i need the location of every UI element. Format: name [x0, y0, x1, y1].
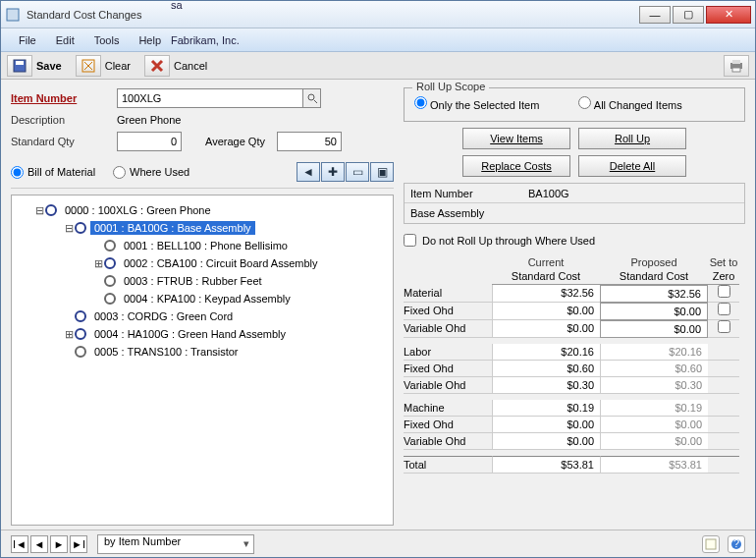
tree-node[interactable]: ⊞0004 : HA100G : Green Hand Assembly	[16, 325, 389, 343]
cost-proposed: $0.30	[600, 377, 708, 394]
description-label: Description	[11, 114, 117, 126]
tree-node[interactable]: 0003 : FTRUB : Rubber Feet	[16, 272, 389, 290]
cost-row-label: Machine	[404, 400, 492, 417]
tree-prev-button[interactable]: ◄	[297, 162, 320, 182]
cost-zero-cell	[708, 361, 739, 377]
cost-current: $0.00	[492, 320, 600, 338]
tree-node-label: 0001 : BA100G : Base Assembly	[90, 221, 255, 235]
tree-node-label: 0001 : BELL100 : Phone Bellisimo	[120, 239, 292, 252]
menu-tools[interactable]: Tools	[84, 31, 130, 49]
sort-select-value: by Item Number	[104, 535, 181, 547]
menubar: File Edit Tools Help sa Fabrikam, Inc. 4…	[1, 28, 755, 52]
tree-view-button[interactable]: ▣	[370, 162, 394, 182]
set-zero-checkbox[interactable]	[718, 303, 730, 315]
where-used-radio[interactable]: Where Used	[113, 166, 189, 179]
item-number-input[interactable]	[117, 88, 303, 108]
hdr-proposed: Proposed	[600, 256, 708, 270]
delete-all-button[interactable]: Delete All	[578, 155, 686, 177]
tree-node[interactable]: ⊟0000 : 100XLG : Green Phone	[16, 201, 389, 219]
detail-item-number-label: Item Number	[405, 188, 522, 199]
footer-right-icons: ?	[702, 535, 745, 553]
replace-costs-button[interactable]: Replace Costs	[462, 155, 570, 177]
cost-zero-cell	[708, 320, 739, 338]
view-mode-row: Bill of Material Where Used ◄ ✚ ▭ ▣	[11, 156, 394, 189]
cost-proposed[interactable]: $32.56	[600, 285, 708, 303]
tree-node[interactable]: ⊞0002 : CBA100 : Circuit Board Assembly	[16, 254, 389, 272]
item-number-label[interactable]: Item Number	[11, 92, 117, 104]
item-number-lookup[interactable]	[303, 88, 321, 108]
view-items-button[interactable]: View Items	[462, 128, 570, 149]
menu-help[interactable]: Help	[129, 31, 171, 49]
tree-node[interactable]: 0005 : TRANS100 : Transistor	[16, 343, 389, 361]
tree-twist[interactable]: ⊟	[33, 204, 45, 217]
set-zero-checkbox[interactable]	[718, 285, 730, 298]
standard-qty-input[interactable]	[117, 132, 182, 151]
record-nav: I◄ ◄ ► ►I	[11, 535, 87, 553]
bom-radio[interactable]: Bill of Material	[11, 166, 95, 179]
cost-zero-cell	[708, 377, 739, 394]
save-icon-button[interactable]	[7, 55, 32, 77]
bom-tree[interactable]: ⊟0000 : 100XLG : Green Phone⊟0001 : BA10…	[11, 195, 394, 526]
note-icon	[705, 538, 717, 550]
svg-rect-0	[7, 9, 19, 21]
tree-twist[interactable]: ⊞	[63, 328, 75, 341]
user-label: sa	[171, 0, 747, 11]
set-zero-checkbox[interactable]	[718, 320, 730, 333]
tree-node[interactable]: 0004 : KPA100 : Keypad Assembly	[16, 290, 389, 307]
menu-edit[interactable]: Edit	[46, 31, 84, 49]
detail-fields: Item Number BA100G Base Assembly	[404, 183, 745, 224]
clear-button[interactable]: Clear	[105, 60, 131, 72]
nav-last-button[interactable]: ►I	[70, 535, 87, 553]
cost-grid: Current Proposed Set to Standard Cost St…	[404, 256, 745, 474]
average-qty-input[interactable]	[277, 132, 342, 151]
tree-node[interactable]: 0003 : CORDG : Green Cord	[16, 307, 389, 325]
roll-up-button[interactable]: Roll Up	[578, 128, 686, 149]
tree-node[interactable]: ⊟0001 : BA100G : Base Assembly	[16, 219, 389, 237]
print-button[interactable]	[724, 55, 749, 77]
cost-current: $0.19	[492, 400, 600, 417]
tree-bullet-icon	[104, 257, 116, 269]
sort-select[interactable]: by Item Number	[97, 534, 254, 554]
company-label: Fabrikam, Inc.	[171, 34, 747, 46]
menu-file[interactable]: File	[9, 31, 46, 49]
cost-proposed[interactable]: $0.00	[600, 303, 708, 320]
cost-row-label: Fixed Ohd	[404, 303, 492, 320]
tree-node[interactable]: 0001 : BELL100 : Phone Bellisimo	[16, 237, 389, 254]
cost-proposed: $0.60	[600, 361, 708, 377]
nav-next-button[interactable]: ►	[50, 535, 68, 553]
tree-bullet-icon	[104, 240, 116, 251]
no-rollup-checkbox[interactable]	[404, 234, 416, 247]
cost-proposed[interactable]: $0.00	[600, 320, 708, 338]
rollup-scope-group: Roll Up Scope Only the Selected Item All…	[404, 87, 745, 122]
tree-node-label: 0003 : CORDG : Green Cord	[90, 309, 237, 323]
scope-all-radio[interactable]: All Changed Items	[578, 96, 681, 111]
nav-prev-button[interactable]: ◄	[30, 535, 48, 553]
cost-zero-cell	[708, 400, 739, 417]
tree-twist[interactable]: ⊞	[92, 257, 104, 270]
cost-zero-cell	[708, 344, 739, 361]
svg-text:?: ?	[733, 538, 739, 549]
save-button[interactable]: Save	[36, 60, 62, 72]
clear-icon-button[interactable]	[76, 55, 101, 77]
cost-current: $20.16	[492, 344, 600, 361]
nav-first-button[interactable]: I◄	[11, 535, 28, 553]
tree-twist[interactable]: ⊟	[63, 222, 75, 235]
tree-node-label: 0005 : TRANS100 : Transistor	[90, 345, 243, 359]
help-button[interactable]: ?	[728, 535, 745, 553]
note-button[interactable]	[702, 535, 720, 553]
clear-icon	[81, 58, 96, 74]
cost-row-label: Variable Ohd	[404, 433, 492, 450]
scope-selected-radio[interactable]: Only the Selected Item	[414, 96, 539, 111]
detail-description-value: Base Assembly	[405, 207, 744, 219]
svg-line-8	[314, 100, 317, 103]
tree-collapse-button[interactable]: ▭	[346, 162, 369, 182]
no-rollup-row: Do not Roll Up through Where Used	[404, 234, 745, 247]
tree-expand-button[interactable]: ✚	[321, 162, 345, 182]
tree-bullet-icon	[75, 328, 86, 340]
cost-row-label: Total	[404, 456, 492, 474]
printer-icon	[729, 58, 744, 74]
cancel-button[interactable]: Cancel	[174, 60, 207, 72]
cost-row-label: Labor	[404, 344, 492, 361]
cancel-icon-button[interactable]	[144, 55, 170, 77]
description-value: Green Phone	[117, 114, 181, 126]
